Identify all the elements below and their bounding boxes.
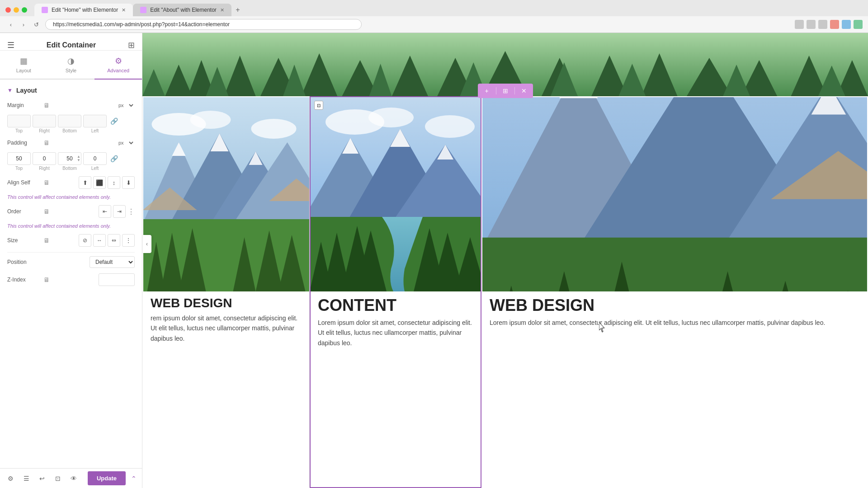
history-icon[interactable]: ↩ — [37, 473, 47, 484]
tab-favicon-1 — [140, 7, 146, 13]
hamburger-icon[interactable]: ☰ — [7, 40, 14, 50]
browser-icons — [795, 20, 863, 29]
padding-top-input[interactable] — [7, 152, 31, 165]
margin-right-input[interactable] — [33, 115, 56, 127]
align-center-button[interactable]: ⬛ — [93, 176, 106, 189]
padding-left-input[interactable] — [83, 152, 107, 165]
left-panel: ☰ Edit Container ⊞ ▦ Layout ◑ Style ⚙ Ad… — [0, 33, 142, 488]
align-bottom-button[interactable]: ⬇ — [122, 176, 135, 189]
svg-marker-70 — [559, 97, 598, 98]
padding-unit-select[interactable]: px em % — [115, 139, 135, 147]
align-self-hint: This control will affect contained eleme… — [7, 194, 135, 200]
margin-monitor-icon[interactable]: 🖥 — [43, 102, 50, 109]
extension-icon-1[interactable] — [795, 20, 804, 29]
panel-grid-icon[interactable]: ⊞ — [128, 40, 135, 50]
align-middle-button[interactable]: ↕ — [108, 176, 120, 189]
align-self-row: Align Self 🖥 ⬆ ⬛ ↕ ⬇ — [7, 176, 135, 189]
z-index-monitor-icon[interactable]: 🖥 — [43, 276, 50, 283]
back-button[interactable]: ‹ — [5, 19, 16, 30]
browser-tabs: Edit "Home" with Elementor ✕ Edit "About… — [34, 4, 244, 16]
margin-link-icon[interactable]: 🔗 — [110, 117, 118, 125]
size-monitor-icon[interactable]: 🖥 — [43, 237, 50, 244]
order-row: Order 🖥 ⇤ ⇥ ⋮ — [7, 205, 135, 218]
padding-right-label: Right — [33, 166, 56, 171]
panel-header: ☰ Edit Container ⊞ — [0, 33, 142, 51]
extension-icon-3[interactable] — [818, 20, 827, 29]
extension-icon-2[interactable] — [807, 20, 816, 29]
settings-icon[interactable]: ⚙ — [5, 473, 16, 484]
padding-input-labels: Top Right Bottom Left — [7, 166, 135, 171]
maximize-window-btn[interactable] — [22, 7, 27, 13]
padding-link-icon[interactable]: 🔗 — [110, 155, 118, 162]
extension-icon-4[interactable] — [830, 20, 839, 29]
margin-top-label: Top — [7, 128, 31, 133]
card-2-title: CONTENT — [311, 291, 481, 318]
padding-bottom-container: ▲ ▼ — [58, 152, 81, 165]
extension-icon-6[interactable] — [854, 20, 863, 29]
margin-top-input[interactable] — [7, 115, 31, 127]
margin-control-row: Margin 🖥 px em % — [7, 101, 135, 109]
spin-down[interactable]: ▼ — [77, 159, 80, 162]
margin-label: Margin — [7, 102, 43, 108]
browser-tab-0[interactable]: Edit "Home" with Elementor ✕ — [34, 4, 133, 16]
layers-icon[interactable]: ☰ — [21, 473, 32, 484]
order-end-button[interactable]: ⇥ — [113, 205, 126, 218]
tab-style[interactable]: ◑ Style — [47, 51, 95, 80]
collapse-sidebar-button[interactable]: ‹ — [142, 235, 151, 253]
responsive-icon[interactable]: ⊡ — [52, 473, 63, 484]
align-top-button[interactable]: ⬆ — [79, 176, 91, 189]
update-button[interactable]: Update — [88, 471, 126, 485]
order-more-button[interactable]: ⋮ — [127, 207, 135, 216]
z-index-label: Z-Index — [7, 277, 43, 283]
size-auto-button[interactable]: ⊘ — [79, 234, 91, 247]
panel-tabs: ▦ Layout ◑ Style ⚙ Advanced — [0, 51, 142, 80]
tab-advanced[interactable]: ⚙ Advanced — [94, 51, 142, 80]
order-monitor-icon[interactable]: 🖥 — [43, 208, 50, 215]
padding-left-label: Left — [83, 166, 107, 171]
padding-bottom-label: Bottom — [58, 166, 81, 171]
close-window-btn[interactable] — [5, 7, 11, 13]
tab-label-1: Edit "About" with Elementor — [150, 7, 217, 13]
z-index-input[interactable] — [99, 273, 135, 286]
chevron-up-icon[interactable]: ⌃ — [131, 475, 137, 482]
align-self-label: Align Self — [7, 179, 43, 186]
card-3[interactable]: WEB DESIGN Lorem ipsum dolor sit amet, c… — [481, 96, 868, 488]
forward-button[interactable]: › — [18, 19, 29, 30]
position-select[interactable]: Default Absolute Fixed — [90, 256, 135, 268]
layout-section-header[interactable]: ▼ Layout — [7, 87, 135, 94]
order-start-button[interactable]: ⇤ — [99, 205, 111, 218]
padding-control-row: Padding 🖥 px em % — [7, 139, 135, 147]
grid-view-button[interactable]: ⊞ — [500, 85, 511, 96]
order-hint: This control will affect contained eleme… — [7, 223, 135, 229]
margin-left-input[interactable] — [83, 115, 107, 127]
margin-bottom-input[interactable] — [58, 115, 81, 127]
card-1-text: rem ipsum dolor sit amet, consectetur ad… — [143, 313, 309, 343]
extension-icon-5[interactable] — [842, 20, 851, 29]
align-self-monitor-icon[interactable]: 🖥 — [43, 179, 50, 186]
style-tab-icon: ◑ — [67, 56, 75, 66]
tab-layout[interactable]: ▦ Layout — [0, 51, 47, 80]
padding-top-label: Top — [7, 166, 31, 171]
add-element-button[interactable]: + — [481, 85, 492, 96]
card-2[interactable]: ⊡ — [310, 96, 481, 488]
preview-icon[interactable]: 👁 — [68, 473, 79, 484]
margin-unit-select[interactable]: px em % — [115, 101, 135, 109]
browser-tab-1[interactable]: Edit "About" with Elementor ✕ — [133, 4, 231, 16]
tab-close-0[interactable]: ✕ — [122, 7, 126, 13]
tab-close-1[interactable]: ✕ — [220, 7, 224, 13]
url-bar[interactable]: https://meticsmedia1.com/wp-admin/post.p… — [45, 19, 362, 30]
card-2-text: Lorem ipsum dolor sit amet, consectetur … — [311, 318, 481, 348]
tab-favicon-0 — [42, 7, 48, 13]
padding-input-group: ▲ ▼ 🔗 Top Right Bottom Left — [7, 152, 135, 171]
new-tab-button[interactable]: + — [231, 4, 244, 16]
padding-monitor-icon[interactable]: 🖥 — [43, 139, 50, 146]
size-custom-button[interactable]: ⇔ — [108, 234, 120, 247]
size-label: Size — [7, 237, 43, 244]
padding-right-input[interactable] — [33, 152, 56, 165]
card-1[interactable]: WEB DESIGN rem ipsum dolor sit amet, con… — [142, 96, 310, 488]
size-more-button[interactable]: ⋮ — [122, 234, 135, 247]
minimize-window-btn[interactable] — [14, 7, 19, 13]
refresh-button[interactable]: ↺ — [31, 19, 42, 30]
size-stretch-button[interactable]: ↔ — [93, 234, 106, 247]
close-container-button[interactable]: ✕ — [519, 85, 529, 96]
